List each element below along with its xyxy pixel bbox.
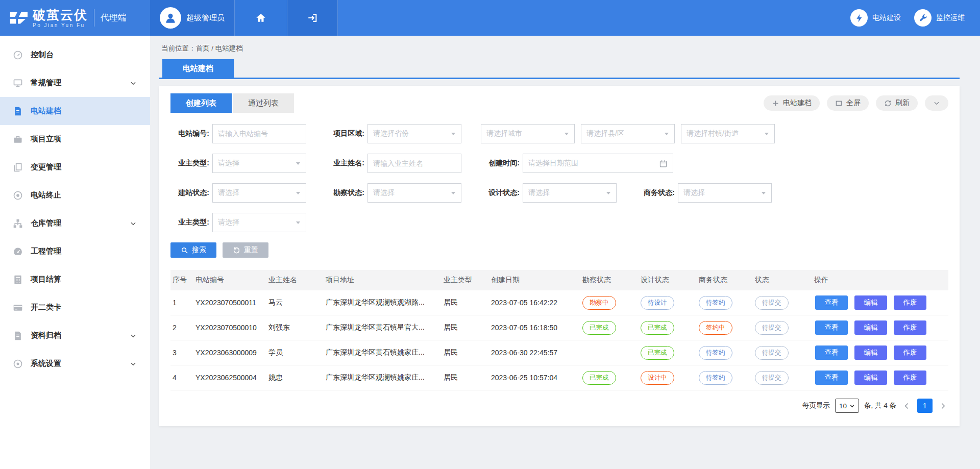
page-number[interactable]: 1 [917, 399, 933, 413]
toolbar-button[interactable]: 全屏 [827, 95, 869, 111]
filter-select[interactable]: 请选择 [212, 213, 306, 232]
card-toolbar: 创建列表通过列表 电站建档全屏刷新 [170, 93, 948, 113]
logout-button[interactable] [287, 0, 338, 36]
logo-title: 破茧云伏 [33, 8, 88, 21]
next-page-button[interactable] [938, 402, 948, 410]
filter-label: 设计状态: [481, 188, 520, 198]
page-tab[interactable]: 电站建档 [162, 59, 234, 78]
row-index: 2 [170, 324, 193, 332]
date-range-input[interactable]: 请选择日期范围 [523, 154, 673, 173]
sidebar-menu: 控制台常规管理电站建档项目立项变更管理电站终止仓库管理工程管理项目结算开二类卡资… [0, 36, 150, 378]
void-button[interactable]: 作废 [894, 320, 926, 335]
sidebar-item[interactable]: 控制台 [0, 41, 150, 69]
view-button[interactable]: 查看 [815, 295, 848, 310]
filter-select[interactable]: 请选择省份 [368, 124, 461, 143]
user-menu[interactable]: 超级管理员 [150, 0, 235, 36]
sidebar-item[interactable]: 电站终止 [0, 181, 150, 209]
chevron-down-icon [130, 332, 137, 339]
business-status: 待签约 [697, 371, 753, 385]
filter-input[interactable] [212, 124, 306, 143]
owner-type: 居民 [442, 323, 489, 332]
sidebar-item[interactable]: 系统设置 [0, 350, 150, 378]
filter-input[interactable] [368, 154, 461, 173]
logo-subtitle: Po Jian Yun Fu [33, 22, 88, 28]
business-status: 待签约 [697, 346, 753, 360]
select-placeholder: 请选择 [373, 188, 395, 198]
search-button[interactable]: 搜索 [170, 242, 216, 258]
filter-group: 项目区域:请选择省份 [326, 124, 461, 143]
list-tab[interactable]: 创建列表 [170, 93, 232, 113]
sidebar-item[interactable]: 工程管理 [0, 237, 150, 265]
filter-select[interactable]: 请选择 [212, 183, 306, 203]
filter-select[interactable]: 请选择 [523, 183, 617, 203]
void-button[interactable]: 作废 [894, 345, 926, 360]
table-row: 1YX2023070500011马云广东深圳龙华区观澜镇观湖路...居民2023… [170, 290, 948, 315]
status-badge: 待签约 [699, 296, 732, 310]
filter-group: 建站状态:请选择 [170, 183, 306, 203]
edit-button[interactable]: 编辑 [854, 371, 887, 385]
column-header: 创建日期 [489, 276, 580, 285]
logo-icon [8, 8, 28, 28]
sidebar-item[interactable]: 仓库管理 [0, 209, 150, 237]
reset-button[interactable]: 重置 [223, 242, 268, 258]
filter-select[interactable]: 请选择村镇/街道 [681, 124, 775, 143]
sidebar-item[interactable]: 资料归档 [0, 322, 150, 350]
filter-select[interactable]: 请选择城市 [481, 124, 575, 143]
filter-select[interactable]: 请选择县/区 [581, 124, 675, 143]
calculator-icon [13, 275, 23, 285]
edit-button[interactable]: 编辑 [854, 295, 887, 310]
sidebar-item[interactable]: 电站建档 [0, 97, 150, 125]
status-badge: 签约中 [699, 321, 732, 335]
status-badge: 设计中 [641, 371, 674, 385]
sidebar-item[interactable]: 开二类卡 [0, 293, 150, 322]
toolbar-button[interactable]: 刷新 [876, 95, 918, 111]
home-button[interactable] [235, 0, 287, 36]
per-page-label: 每页显示 [802, 401, 830, 410]
view-button[interactable]: 查看 [815, 345, 848, 360]
view-button[interactable]: 查看 [815, 320, 848, 335]
row-index: 4 [170, 374, 193, 382]
status-badge: 已完成 [582, 321, 616, 335]
column-header: 业主类型 [442, 276, 489, 285]
refresh-icon [884, 100, 892, 107]
edit-button[interactable]: 编辑 [854, 345, 887, 360]
sitemap-icon [13, 218, 23, 229]
sidebar-item-label: 常规管理 [31, 78, 61, 88]
void-button[interactable]: 作废 [894, 371, 926, 385]
filter-group: 设计状态:请选择 [481, 183, 617, 203]
prev-page-button[interactable] [901, 402, 912, 410]
breadcrumb-label: 当前位置： [161, 44, 196, 52]
column-header: 设计状态 [639, 276, 697, 285]
logo: 破茧云伏 Po Jian Yun Fu 代理端 [0, 0, 150, 36]
column-header: 商务状态 [697, 276, 753, 285]
status-badge: 待提交 [755, 346, 789, 360]
collapse-button[interactable] [925, 95, 948, 111]
filter-row: 业主类型:请选择业主姓名:创建时间:请选择日期范围 [170, 154, 948, 173]
filter-select[interactable]: 请选择 [212, 154, 306, 173]
fullscreen-icon [835, 100, 843, 107]
void-button[interactable]: 作废 [894, 295, 926, 310]
toolbar-button[interactable]: 电站建档 [764, 95, 820, 111]
header-nav-item[interactable]: 电站建设 [850, 9, 901, 27]
row-index: 1 [170, 299, 193, 307]
filter-select[interactable]: 请选择 [368, 183, 461, 203]
target-icon [13, 190, 23, 201]
wrench-icon [914, 9, 932, 27]
copy-icon [13, 162, 23, 172]
design-status: 已完成 [639, 321, 697, 335]
sidebar-item[interactable]: 项目结算 [0, 265, 150, 293]
row-actions: 查看编辑作废 [812, 295, 948, 310]
column-header: 项目地址 [324, 276, 442, 285]
per-page-select[interactable]: 10 [835, 399, 859, 413]
sidebar-item[interactable]: 常规管理 [0, 69, 150, 97]
search-icon [181, 246, 188, 254]
header-nav-item[interactable]: 监控运维 [914, 9, 965, 27]
edit-button[interactable]: 编辑 [854, 320, 887, 335]
sidebar-item[interactable]: 变更管理 [0, 153, 150, 181]
dashboard-icon [13, 50, 23, 60]
station-code: YX2023070500011 [193, 299, 266, 307]
list-tab[interactable]: 通过列表 [233, 93, 294, 113]
view-button[interactable]: 查看 [815, 371, 848, 385]
filter-select[interactable]: 请选择 [678, 183, 772, 203]
sidebar-item[interactable]: 项目立项 [0, 125, 150, 153]
